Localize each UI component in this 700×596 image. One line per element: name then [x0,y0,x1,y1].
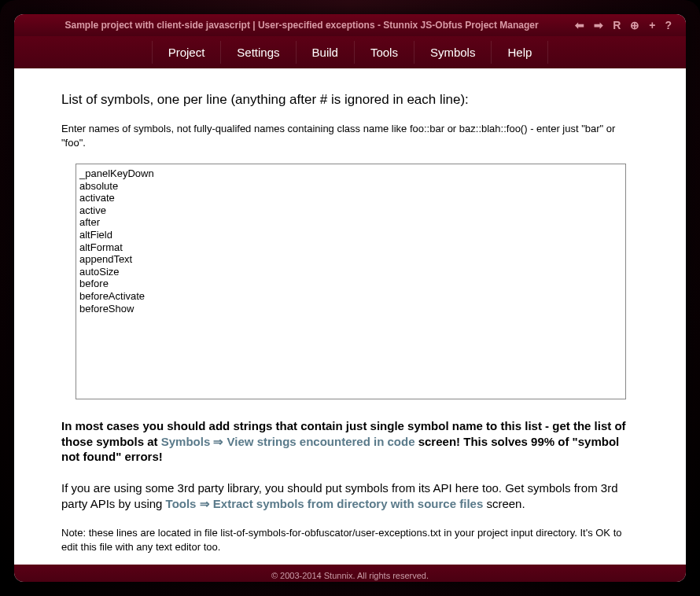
menu-symbols[interactable]: Symbols [414,41,492,64]
menu-tools[interactable]: Tools [355,41,414,64]
symbols-textarea[interactable] [76,164,626,399]
reload-icon[interactable]: R [613,19,621,31]
menu-build[interactable]: Build [297,41,355,64]
page-heading: List of symbols, one per line (anything … [61,92,639,108]
back-icon[interactable]: ⬅ [575,19,584,31]
menu-help[interactable]: Help [492,41,548,64]
menu-project[interactable]: Project [152,41,222,64]
window-title: Sample project with client-side javascri… [28,20,575,31]
instruction-text: Enter names of symbols, not fully-qualif… [61,122,639,149]
forward-icon[interactable]: ➡ [594,19,603,31]
link-view-strings[interactable]: Symbols ⇒ View strings encountered in co… [161,435,415,448]
menu-settings[interactable]: Settings [221,41,296,64]
note-text: Note: these lines are located in file li… [61,526,639,554]
advice2-part-b: screen. [483,497,525,510]
advice-secondary: If you are using some 3rd party library,… [61,480,639,513]
copyright-text: © 2003-2014 Stunnix. All rights reserved… [271,571,429,580]
help-icon[interactable]: ? [665,19,672,31]
advice-primary: In most cases you should add strings tha… [61,418,639,465]
app-window: Sample project with client-side javascri… [14,14,686,582]
titlebar-icons: ⬅ ➡ R ⊕ + ? [575,19,672,31]
content-area: List of symbols, one per line (anything … [14,68,686,565]
zoom-icon[interactable]: ⊕ [630,19,639,31]
plus-icon[interactable]: + [649,19,655,31]
link-extract-symbols[interactable]: Tools ⇒ Extract symbols from directory w… [166,497,484,510]
titlebar: Sample project with client-side javascri… [14,14,686,36]
footer: © 2003-2014 Stunnix. All rights reserved… [14,565,686,582]
menubar: Project Settings Build Tools Symbols Hel… [14,36,686,68]
